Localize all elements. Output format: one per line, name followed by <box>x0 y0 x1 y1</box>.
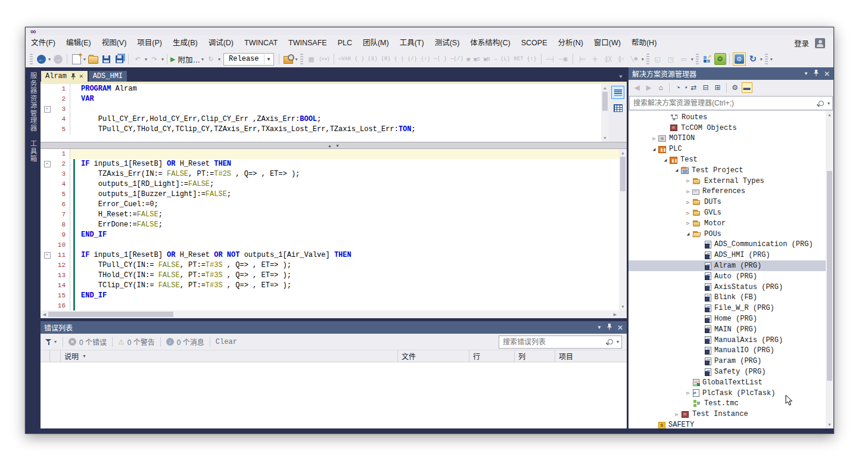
messages-count[interactable]: 0 个消息 <box>177 337 204 347</box>
reset-coil-icon[interactable]: (R) <box>381 56 391 62</box>
set-coil-icon[interactable]: (S) <box>368 56 377 62</box>
check-all-button[interactable]: ╬╳ <box>602 52 614 66</box>
menu-item-工具(T)[interactable]: 工具(T) <box>394 35 430 51</box>
undo-dropdown[interactable]: ▾ <box>145 57 147 62</box>
solution-explorer-title-bar[interactable]: 解决方案资源管理器 ▼ ✕ <box>629 67 833 80</box>
code-line[interactable]: 3 TZAxis_Err(IN:= FALSE, PT:=T#2S , Q=> … <box>41 169 619 179</box>
set-block-icon[interactable]: ▣S <box>474 56 480 63</box>
code-line[interactable]: 14 TClip_CY(IN:= FALSE, PT:=T#3S , Q=> ,… <box>41 281 619 291</box>
expander-icon[interactable]: ▷ <box>673 412 681 417</box>
code-text-area[interactable]: IF inputs_1[ResetB] OR H_Reset THEN <box>70 159 619 169</box>
code-line[interactable]: 5 TPull_CY,THold_CY,TClip_CY,TZAxis_Err,… <box>41 125 601 135</box>
menu-item-分析(N)[interactable]: 分析(N) <box>552 35 588 51</box>
code-line[interactable]: −3 <box>41 104 601 114</box>
code-text-area[interactable]: Pull_CY_Err,Hold_CY_Err,Clip_CY_Err ,ZAx… <box>70 114 601 125</box>
code-line[interactable]: 2VAR <box>41 94 601 104</box>
tree-item-Test[interactable]: ◢Test <box>629 154 826 165</box>
user-avatar-icon[interactable] <box>815 38 825 48</box>
column-header-行[interactable]: 行 <box>469 350 515 362</box>
toolbar-overflow-dropdown[interactable]: ▾ <box>295 57 298 62</box>
implementation-editor[interactable]: 1−2IF inputs_1[ResetB] OR H_Reset THEN3 … <box>41 149 627 318</box>
negated-coil-icon[interactable]: ─(/) <box>450 56 463 62</box>
menu-item-项目(P)[interactable]: 项目(P) <box>132 35 167 51</box>
label-icon[interactable]: (L) <box>500 56 510 62</box>
filter-icon[interactable] <box>45 338 52 345</box>
tree-item-POUs[interactable]: ◢POUs <box>629 229 826 240</box>
comment-button[interactable]: (××) <box>319 52 331 66</box>
code-text-area[interactable]: IF inputs_1[ResetB] OR H_Reset OR NOT ou… <box>70 250 619 260</box>
tree-item-Motor[interactable]: ▷Motor <box>629 218 826 229</box>
expander-icon[interactable]: ▷ <box>684 178 692 184</box>
configuration-combo[interactable]: Release▼ <box>223 53 273 66</box>
server-explorer-tab[interactable]: 服务器资源管理器 <box>29 72 38 132</box>
build-button[interactable]: ╪ <box>589 52 601 66</box>
tree-item-Safety (PRG)[interactable]: Safety (PRG) <box>629 366 826 377</box>
code-text-area[interactable]: TPull_CY(IN:= FALSE, PT:=T#3S , Q=> , ET… <box>70 260 619 271</box>
reset-block-icon[interactable]: ▣R <box>484 56 490 63</box>
restart-dropdown[interactable]: ▾ <box>218 57 220 62</box>
menu-item-视图(V)[interactable]: 视图(V) <box>97 35 132 51</box>
toolbar-overflow-dropdown[interactable]: ▾ <box>770 57 773 62</box>
home-icon[interactable]: ⌂ <box>655 82 666 93</box>
redo-button[interactable]: ↷ <box>148 52 160 66</box>
tree-item-Alram (PRG)[interactable]: Alram (PRG) <box>629 260 826 271</box>
tree-item-GlobalTextList[interactable]: GlobalTextList <box>629 377 826 388</box>
column-header-列[interactable]: 列 <box>515 350 555 362</box>
preview-selected-items-icon[interactable]: ▬ <box>742 82 752 93</box>
open-file-button[interactable] <box>87 52 99 66</box>
tree-item-SAFETY[interactable]: SAFETY <box>629 420 826 428</box>
tree-item-DUTs[interactable]: ▷DUTs <box>629 197 826 207</box>
login-button[interactable]: 登录 <box>794 38 809 49</box>
config-mode-button[interactable]: ⚙ <box>714 52 726 66</box>
toolbar-overflow-dropdown[interactable]: ▾ <box>642 57 644 62</box>
scope-window-button[interactable]: ◱ <box>652 52 664 66</box>
implementation-scrollbar[interactable]: ▲ ▼ <box>619 149 627 310</box>
warnings-count[interactable]: 0 个警告 <box>127 337 155 347</box>
code-text-area[interactable]: END_IF <box>70 230 619 240</box>
close-icon[interactable]: ✕ <box>617 324 623 331</box>
inline-block-button[interactable]: ─▣ <box>558 52 570 66</box>
assign-var-icon[interactable]: =VAR <box>338 56 351 62</box>
code-text-area[interactable]: H_Reset:=FALSE; <box>70 210 619 220</box>
window-position-dropdown[interactable]: ▼ <box>597 325 602 330</box>
error-list-body[interactable] <box>41 362 627 428</box>
menu-item-测试(S)[interactable]: 测试(S) <box>430 35 465 51</box>
toolbox-tab[interactable]: 工具箱 <box>29 140 38 163</box>
declaration-scrollbar[interactable]: ▲ ▼ <box>601 84 609 142</box>
tree-item-MOTION[interactable]: ▷MOTION <box>629 133 826 144</box>
new-file-button[interactable] <box>70 52 82 66</box>
tree-item-Test Instance[interactable]: ▷Test Instance <box>629 409 826 420</box>
editor-splitter[interactable]: ▲▼ <box>41 142 627 149</box>
negated-contact-icon[interactable]: ┤/├ <box>407 56 417 62</box>
expander-icon[interactable]: ▷ <box>684 189 692 194</box>
code-text-area[interactable]: ErrDone:=FALSE; <box>70 220 619 230</box>
menu-item-窗口(W)[interactable]: 窗口(W) <box>589 35 626 51</box>
tree-item-Test Project[interactable]: ◢Test Project <box>629 165 826 176</box>
search-options-dropdown[interactable]: ▾ <box>617 339 619 344</box>
column-header-说明[interactable]: 说明▼ <box>61 350 398 362</box>
code-text-area[interactable] <box>70 301 619 310</box>
save-button[interactable] <box>100 52 112 66</box>
back-icon[interactable]: ◀ <box>631 82 642 93</box>
menu-item-TWINCAT[interactable]: TWINCAT <box>239 35 283 51</box>
code-line[interactable]: −11IF inputs_1[ResetB] OR H_Reset OR NOT… <box>41 250 619 260</box>
layers-button[interactable]: ▭ <box>678 52 690 66</box>
menu-item-团队(M)[interactable]: 团队(M) <box>357 35 394 51</box>
code-line[interactable]: 5 outputs_1[Buzzer_Light]:=FALSE; <box>41 189 619 200</box>
code-line[interactable]: 4 Pull_CY_Err,Hold_CY_Err,Clip_CY_Err ,Z… <box>41 114 601 125</box>
edit-in-view-button[interactable]: ▦ <box>306 52 318 66</box>
code-line[interactable]: −2IF inputs_1[ResetB] OR H_Reset THEN <box>41 159 619 169</box>
code-line[interactable]: 12 TPull_CY(IN:= FALSE, PT:=T#3S , Q=> ,… <box>41 260 619 271</box>
tree-item-Home (PRG)[interactable]: Home (PRG) <box>629 313 826 324</box>
restart-twincat-button[interactable]: ↻ <box>747 52 759 66</box>
tab-ads-hmi[interactable]: ADS_HMI <box>89 71 127 82</box>
navigate-back-button[interactable]: ← <box>35 52 47 66</box>
save-all-button[interactable] <box>113 52 125 66</box>
expander-icon[interactable]: ▷ <box>684 210 692 216</box>
tree-item-Routes[interactable]: Routes <box>629 112 826 123</box>
column-header-项目[interactable]: 项目 <box>555 350 627 362</box>
output-coil-button[interactable]: ─◦┤ <box>545 52 556 66</box>
code-line[interactable]: 6 Error_Cuel:=0; <box>41 200 619 210</box>
sync-with-active-document-icon[interactable]: ⇄ <box>689 82 699 93</box>
restart-button[interactable]: ↻ <box>205 52 217 66</box>
